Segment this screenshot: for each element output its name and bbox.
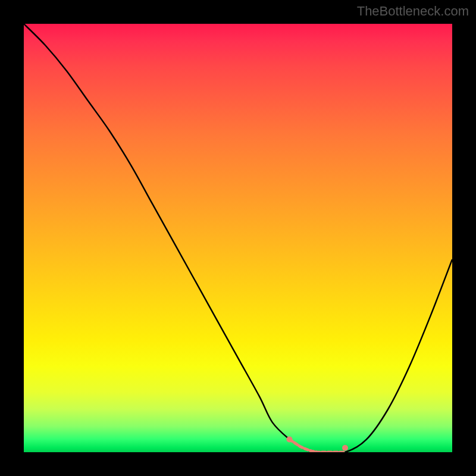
bottleneck-curve: [24, 24, 452, 452]
marker-dot: [342, 445, 348, 451]
curve-svg: [24, 24, 452, 452]
chart-plot-area: [24, 24, 452, 452]
attribution-text: TheBottleneck.com: [357, 4, 469, 19]
optimal-dash: [289, 439, 345, 452]
